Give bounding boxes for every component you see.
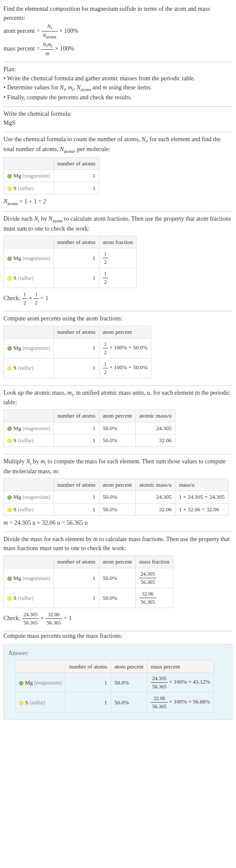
mg-fd: 2 <box>103 258 108 266</box>
mfrac-section: Divide the mass for each element by m to… <box>3 532 233 631</box>
s-name: (sulfur) <box>29 700 45 706</box>
ap-den: N <box>43 32 46 38</box>
table-row: S (sulfur)112 <box>4 268 137 288</box>
s-fn: 32.06 <box>151 694 168 703</box>
s-dot-icon <box>19 701 23 705</box>
table-row: S (sulfur)112 × 100% = 50.0% <box>4 358 151 378</box>
chk-eq: = 1 <box>39 295 48 301</box>
mg-fd: 2 <box>103 348 108 356</box>
mg-am: 24.305 <box>136 491 175 504</box>
s-r: × 100% = 56.88% <box>168 699 210 705</box>
col-afrac: atom fraction <box>99 236 137 248</box>
s-n: 1 <box>54 434 99 447</box>
s-p: 50.0% <box>111 693 147 713</box>
mg-r: × 100% = 50.0% <box>108 344 148 351</box>
s-m: 32.06 <box>136 434 175 447</box>
cf-title: Write the chemical formula: <box>3 109 233 118</box>
s-mfrac: 32.0656.365 <box>136 588 173 608</box>
ap-n: N <box>47 23 51 29</box>
table-row: number of atomsatom percentmass percent <box>16 660 214 673</box>
table-row: number of atomsatom percent <box>4 326 151 339</box>
mm-tot-eq: = 24.305 u + 32.06 u = 56.365 u <box>8 520 88 526</box>
ap-lhs: atom percent = <box>3 28 41 34</box>
col-natoms: number of atoms <box>54 236 99 248</box>
c1d: 2 <box>22 299 27 307</box>
chk-a: Check: <box>3 615 22 621</box>
mg-dot-icon <box>7 577 12 581</box>
mf-m: m <box>93 536 98 542</box>
mg-p: 50.0% <box>99 568 136 588</box>
mp-lhs: mass percent = <box>3 45 41 52</box>
ap-atoms: atoms <box>46 35 57 40</box>
molmass-section: Multiply Ni by mi to compute the mass fo… <box>3 454 233 532</box>
table-row: number of atomsatom percentatomic mass/u… <box>4 478 229 491</box>
s-name: (sulfur) <box>18 185 33 191</box>
s-fd: 2 <box>103 278 108 286</box>
c1d: 56.365 <box>22 619 39 627</box>
c2n: 32.06 <box>45 611 62 619</box>
s-fn: 1 <box>103 360 108 368</box>
mg-name: (magnesium) <box>34 680 61 686</box>
count-total: Natoms = 1 + 1 = 2 <box>3 197 233 207</box>
c2d: 2 <box>34 299 39 307</box>
chk-plus: + <box>27 295 34 301</box>
afrac-text: Divide each Ni by Natoms to calculate at… <box>3 214 233 233</box>
plan-b1: • Write the chemical formula and gather … <box>3 74 233 83</box>
mp-m: m <box>47 41 51 48</box>
mg-fd: 56.365 <box>139 578 156 586</box>
ct-eq: = 1 + 1 = 2 <box>18 198 46 205</box>
plan-b2-a: • Determine values for <box>3 84 60 91</box>
mp-frac: Nimi m <box>41 41 54 57</box>
s-n: 1 <box>54 268 99 288</box>
table-row: S (sulfur)150.0%32.06 <box>4 434 175 447</box>
s-name: (sulfur) <box>18 275 33 281</box>
mg-name: (magnesium) <box>22 494 50 500</box>
mg-name: (magnesium) <box>22 173 50 179</box>
final-title: Compute mass percents using the mass fra… <box>3 631 233 640</box>
s-mpct: 32.0656.365 × 100% = 56.88% <box>147 693 214 713</box>
s-dot-icon <box>7 596 12 601</box>
mfrac-check: Check: 24.30556.365 + 32.0656.365 = 1 <box>3 611 233 627</box>
mg-n: 1 <box>54 568 99 588</box>
af-b: by <box>39 215 48 222</box>
count-section: Use the chemical formula to count the nu… <box>3 132 233 212</box>
table-row: Mg (magnesium)150.0%24.30556.365 <box>4 568 173 588</box>
table-row: number of atomsatom percentmass fraction <box>4 556 173 568</box>
table-row: number of atomsatom fraction <box>4 236 137 248</box>
plan-b2-and: and <box>91 84 102 91</box>
mg-frac: 12 <box>99 248 137 268</box>
s-name: (sulfur) <box>18 437 33 444</box>
count-ni: N <box>141 136 145 143</box>
ct-n: N <box>3 198 7 205</box>
s-dot-icon <box>7 508 12 512</box>
atom-percent-formula: atom percent = Ni Natoms × 100% <box>3 22 233 41</box>
mm-d: : <box>57 468 59 475</box>
mg-mu: 1 × 24.305 = 24.305 <box>175 491 228 504</box>
mg-r: × 100% = 43.12% <box>168 679 210 685</box>
table-row: S (sulfur)150.0%32.061 × 32.06 = 32.06 <box>4 503 229 516</box>
col-natoms: number of atoms <box>54 410 99 422</box>
s-fd: 56.365 <box>139 598 156 606</box>
mm-ni: N <box>26 458 30 465</box>
mg-name: (magnesium) <box>22 575 50 581</box>
molmass-table: number of atomsatom percentatomic mass/u… <box>3 478 229 516</box>
final-section: Compute mass percents using the mass fra… <box>3 631 233 720</box>
s-fn: 32.06 <box>139 590 156 598</box>
mm-m: m <box>53 468 57 475</box>
s-sym: S <box>13 595 16 601</box>
table-row: Mg (magnesium)112 × 100% = 50.0% <box>4 338 151 358</box>
mm-mi: m <box>41 458 45 465</box>
mg-pct: 12 × 100% = 50.0% <box>99 338 151 358</box>
col-amass: atomic mass/u <box>136 478 175 491</box>
chk-eq: = 1 <box>62 615 72 621</box>
am-mi: m <box>67 390 72 396</box>
mg-fd: 56.365 <box>151 683 168 691</box>
table-row: Mg (magnesium)150.0%24.305 <box>4 422 175 434</box>
s-count: 1 <box>54 182 99 194</box>
afrac-table: number of atomsatom fraction Mg (magnesi… <box>3 236 137 288</box>
c2d: 56.365 <box>45 619 62 627</box>
mg-n: 1 <box>54 422 99 434</box>
answer-label: Answer: <box>8 649 228 658</box>
c1n: 1 <box>22 291 27 299</box>
mg-dot-icon <box>7 257 12 261</box>
